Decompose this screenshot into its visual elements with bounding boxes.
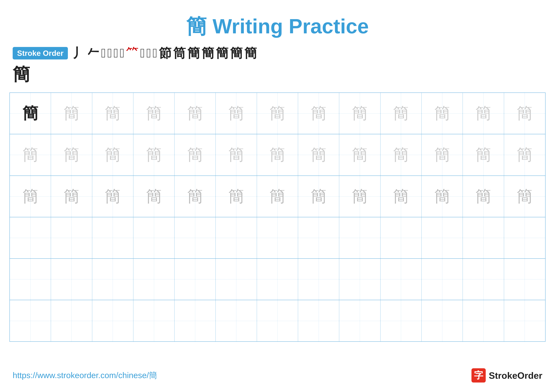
grid-cell	[298, 300, 339, 341]
grid-cell: 簡	[339, 176, 380, 217]
grid-cell: 簡	[92, 93, 133, 134]
stroke-14: 簡	[202, 47, 214, 59]
grid-char-medium: 簡	[434, 188, 450, 204]
grid-char-light: 簡	[146, 147, 162, 163]
grid-cell: 簡	[504, 134, 545, 175]
stroke-sequence: 丿 𠂉 𠃊 𠃎 𠔿 𠕀 ⺮ 𥃂 𥃃 𥃄 節 筒 簡 簡 簡 簡 簡	[73, 47, 257, 59]
page-title: 簡 Writing Practice	[0, 0, 555, 41]
grid-char-light: 簡	[352, 147, 368, 163]
grid-char-medium: 簡	[22, 188, 38, 204]
grid-cell: 簡	[257, 93, 298, 134]
stroke-6: 𠕀	[120, 47, 124, 59]
grid-cell	[216, 259, 257, 300]
grid-cell	[133, 300, 175, 341]
grid-cell	[175, 259, 216, 300]
grid-cell: 簡	[10, 176, 51, 217]
grid-char-medium: 簡	[64, 188, 80, 204]
grid-cell	[422, 217, 463, 258]
grid-cell: 簡	[216, 176, 257, 217]
grid-cell	[10, 259, 51, 300]
grid-cell	[380, 300, 422, 341]
grid-cell: 簡	[10, 93, 51, 134]
grid-cell	[463, 259, 504, 300]
grid-cell: 簡	[380, 176, 422, 217]
grid-cell: 簡	[257, 134, 298, 175]
grid-cell: 簡	[422, 93, 463, 134]
footer-logo: 字	[471, 368, 486, 383]
grid-cell: 簡	[422, 134, 463, 175]
grid-row	[10, 300, 545, 341]
grid-cell: 簡	[463, 176, 504, 217]
grid-cell: 簡	[175, 93, 216, 134]
grid-char-light: 簡	[187, 147, 203, 163]
grid-char-light: 簡	[105, 147, 121, 163]
grid-row	[10, 259, 545, 300]
grid-char-medium: 簡	[270, 188, 285, 204]
stroke-order-badge: Stroke Order	[13, 47, 68, 59]
grid-char-light: 簡	[475, 106, 491, 121]
grid-char-light: 簡	[187, 106, 203, 121]
grid-cell	[422, 300, 463, 341]
grid-cell: 簡	[298, 93, 339, 134]
grid-char-light: 簡	[393, 147, 409, 163]
grid-char-light: 簡	[393, 106, 409, 121]
grid-cell	[51, 300, 92, 341]
grid-cell	[175, 217, 216, 258]
grid-cell	[298, 217, 339, 258]
grid-char-medium: 簡	[146, 188, 162, 204]
grid-char-light: 簡	[64, 106, 80, 121]
grid-cell: 簡	[175, 134, 216, 175]
grid-char-light: 簡	[228, 147, 244, 163]
grid-cell	[216, 217, 257, 258]
grid-cell	[92, 259, 133, 300]
grid-cell	[380, 259, 422, 300]
footer-brand: 字 StrokeOrder	[471, 368, 542, 383]
stroke-10: 𥃄	[153, 47, 157, 59]
grid-cell: 簡	[51, 134, 92, 175]
grid-cell	[10, 217, 51, 258]
single-char: 簡	[13, 65, 30, 84]
grid-char-light: 簡	[270, 147, 285, 163]
grid-cell	[339, 300, 380, 341]
grid-cell: 簡	[175, 176, 216, 217]
grid-char-medium: 簡	[475, 188, 491, 204]
grid-char-light: 簡	[228, 106, 244, 121]
grid-cell: 簡	[92, 176, 133, 217]
grid-cell: 簡	[51, 93, 92, 134]
grid-char-light: 簡	[105, 106, 121, 121]
footer-url: https://www.strokeorder.com/chinese/簡	[13, 370, 157, 381]
grid-char-light: 簡	[64, 147, 80, 163]
grid-cell: 簡	[133, 134, 175, 175]
grid-cell: 簡	[504, 176, 545, 217]
grid-row: 簡簡簡簡簡簡簡簡簡簡簡簡簡	[10, 134, 545, 176]
stroke-16: 簡	[230, 47, 243, 59]
grid-cell	[257, 259, 298, 300]
grid-cell	[380, 217, 422, 258]
grid-char-medium: 簡	[228, 188, 244, 204]
practice-grid: 簡簡簡簡簡簡簡簡簡簡簡簡簡簡簡簡簡簡簡簡簡簡簡簡簡簡簡簡簡簡簡簡簡簡簡簡簡簡簡	[9, 93, 546, 342]
grid-char-light: 簡	[311, 147, 327, 163]
grid-char-dark: 簡	[22, 106, 38, 121]
grid-char-medium: 簡	[517, 188, 533, 204]
grid-char-light: 簡	[434, 106, 450, 121]
single-char-display: 簡	[0, 63, 555, 86]
grid-cell	[339, 259, 380, 300]
grid-cell: 簡	[133, 93, 175, 134]
grid-cell	[92, 217, 133, 258]
stroke-7: ⺮	[126, 47, 139, 59]
grid-char-light: 簡	[22, 147, 38, 163]
stroke-1: 丿	[73, 47, 85, 59]
grid-cell	[133, 217, 175, 258]
grid-cell	[175, 300, 216, 341]
grid-cell: 簡	[504, 93, 545, 134]
grid-cell	[504, 300, 545, 341]
grid-cell	[51, 259, 92, 300]
grid-cell	[463, 217, 504, 258]
grid-cell: 簡	[339, 134, 380, 175]
grid-cell: 簡	[257, 176, 298, 217]
grid-cell: 簡	[51, 176, 92, 217]
title-char: 簡	[186, 15, 207, 38]
grid-cell: 簡	[133, 176, 175, 217]
grid-char-light: 簡	[311, 106, 327, 121]
grid-cell: 簡	[10, 134, 51, 175]
